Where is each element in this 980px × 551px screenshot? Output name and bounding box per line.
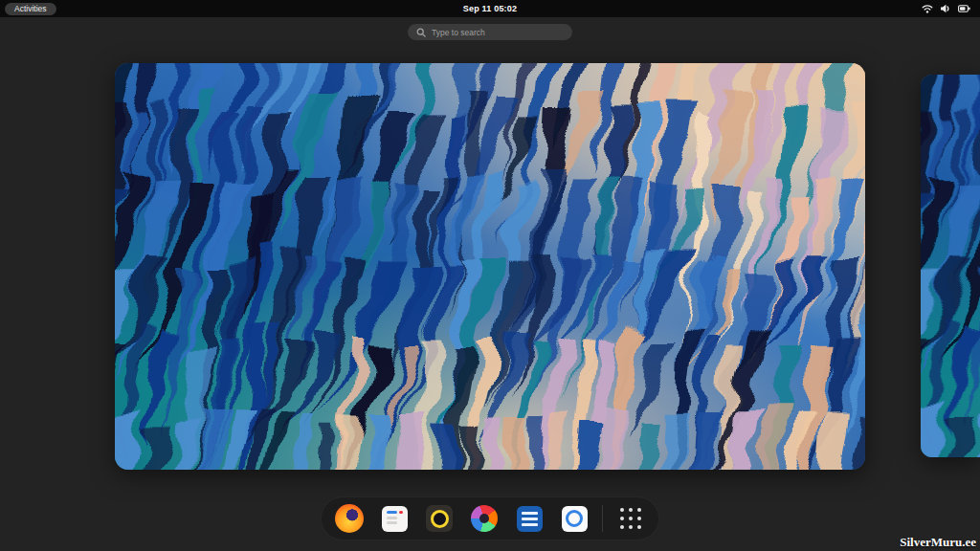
top-bar: Activities Sep 11 05:02	[0, 0, 980, 17]
software-icon	[471, 505, 498, 532]
dock-app-music[interactable]	[422, 501, 457, 536]
dock-separator	[602, 505, 603, 532]
wallpaper-image	[921, 75, 980, 457]
watermark: SilverMuru.ee	[900, 535, 976, 550]
system-status-area[interactable]	[917, 2, 975, 15]
dash	[321, 496, 659, 540]
wallpaper-image	[115, 63, 865, 470]
app-grid-icon	[619, 507, 642, 530]
workspace-preview-current[interactable]	[115, 63, 865, 470]
battery-icon	[958, 4, 970, 13]
search-icon	[416, 28, 426, 37]
workspace-preview-next[interactable]	[921, 75, 980, 457]
show-apps-button[interactable]	[613, 501, 648, 536]
files-icon	[517, 506, 543, 532]
calendar-icon	[382, 506, 408, 532]
wifi-icon	[922, 4, 933, 13]
dock-app-calendar[interactable]	[377, 501, 412, 536]
clock[interactable]: Sep 11 05:02	[463, 0, 517, 17]
dock-app-files[interactable]	[512, 501, 546, 536]
dock-app-tour[interactable]	[557, 501, 591, 536]
volume-icon	[940, 4, 951, 13]
dock-app-software[interactable]	[467, 501, 501, 536]
activities-button[interactable]: Activities	[5, 3, 56, 15]
dock-app-firefox[interactable]	[332, 501, 367, 536]
tour-icon	[562, 506, 588, 532]
music-player-icon	[426, 505, 453, 532]
search-input[interactable]: Type to search	[408, 24, 572, 40]
search-placeholder: Type to search	[432, 28, 485, 37]
firefox-icon	[335, 504, 364, 533]
